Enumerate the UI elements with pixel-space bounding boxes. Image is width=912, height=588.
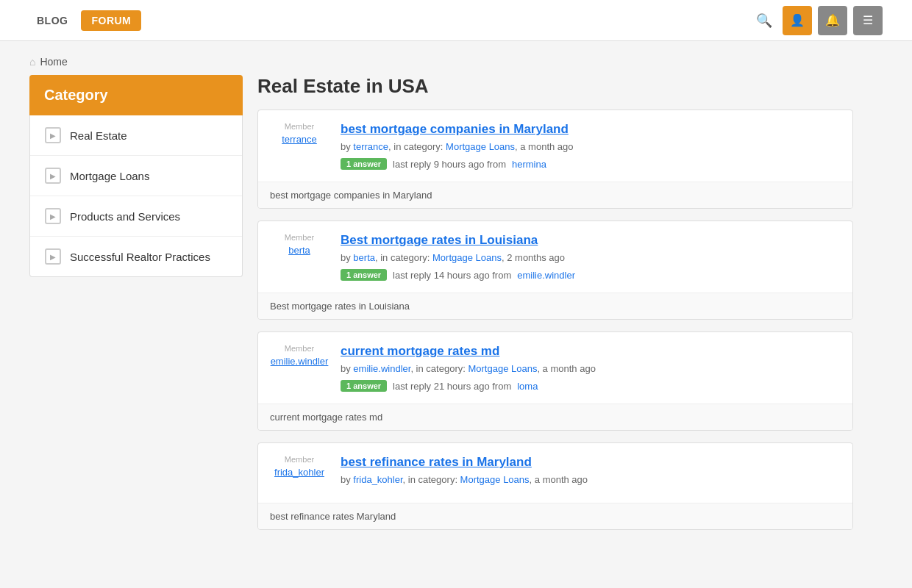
post-preview: best refinance rates Maryland [258,503,852,529]
content-area: Real Estate in USA Member terrance best … [257,75,853,542]
answer-badge: 1 answer [341,269,387,281]
sidebar-item-label: Products and Services [70,210,180,223]
post-title-link[interactable]: current mortgage rates md [341,344,841,359]
reply-from-link[interactable]: loma [517,381,538,392]
sidebar-item-1[interactable]: ▶ Mortgage Loans [30,156,242,196]
member-label: Member [270,344,329,353]
reply-time: last reply 9 hours ago from [393,159,506,170]
post-title-link[interactable]: best mortgage companies in Maryland [341,122,841,137]
post-meta: by terrance, in category: Mortgage Loans… [341,141,841,152]
member-name-link[interactable]: emilie.windler [271,356,329,367]
post-info: Best mortgage rates in Louisiana by bert… [341,233,841,281]
post-reply-row: 1 answer last reply 9 hours ago from her… [341,158,841,170]
post-info: current mortgage rates md by emilie.wind… [341,344,841,392]
forum-link[interactable]: FORUM [81,10,141,31]
post-by-link[interactable]: berta [353,252,375,263]
user-icon-button[interactable]: 👤 [783,6,812,35]
main-layout: Category ▶ Real Estate ▶ Mortgage Loans … [0,75,883,571]
post-main: Member emilie.windler current mortgage r… [258,332,852,404]
reply-from-link[interactable]: hermina [512,159,546,170]
sidebar-arrow-icon: ▶ [45,248,61,265]
post-meta: by emilie.windler, in category: Mortgage… [341,363,841,374]
sidebar-body: ▶ Real Estate ▶ Mortgage Loans ▶ Product… [29,115,243,277]
page-title: Real Estate in USA [257,75,853,98]
post-category-link[interactable]: Mortgage Loans [460,474,530,485]
post-by-link[interactable]: frida_kohler [353,474,402,485]
answer-badge: 1 answer [341,158,387,170]
post-info: best mortgage companies in Maryland by t… [341,122,841,170]
post-by-link[interactable]: terrance [353,141,388,152]
post-member: Member berta [270,233,329,281]
post-main: Member terrance best mortgage companies … [258,110,852,182]
reply-from-link[interactable]: emilie.windler [517,270,575,281]
sidebar-header: Category [29,75,243,115]
menu-icon-button[interactable]: ☰ [853,6,883,35]
post-reply-row: 1 answer last reply 14 hours ago from em… [341,269,841,281]
header-nav: BLOG FORUM [29,10,752,31]
breadcrumb-home-icon: ⌂ [29,56,35,68]
member-name-link[interactable]: frida_kohler [274,467,324,478]
sidebar-item-2[interactable]: ▶ Products and Services [30,196,242,237]
post-member: Member frida_kohler [270,455,329,491]
post-preview: current mortgage rates md [258,404,852,430]
answer-badge: 1 answer [341,380,387,392]
post-category-link[interactable]: Mortgage Loans [468,363,537,374]
member-label: Member [270,233,329,242]
sidebar-item-label: Real Estate [70,129,127,142]
post-title-link[interactable]: best refinance rates in Maryland [341,455,841,470]
post-reply-row: 1 answer last reply 21 hours ago from lo… [341,380,841,392]
post-card: Member berta Best mortgage rates in Loui… [257,220,853,320]
post-title-link[interactable]: Best mortgage rates in Louisiana [341,233,841,248]
sidebar-arrow-icon: ▶ [45,168,61,184]
post-member: Member emilie.windler [270,344,329,392]
breadcrumb-home-link[interactable]: Home [40,56,67,68]
reply-time: last reply 14 hours ago from [393,270,511,281]
post-category-link[interactable]: Mortgage Loans [432,252,502,263]
post-category-link[interactable]: Mortgage Loans [446,141,515,152]
post-main: Member berta Best mortgage rates in Loui… [258,221,852,293]
breadcrumb: ⌂ Home [0,41,912,75]
sidebar-item-0[interactable]: ▶ Real Estate [30,115,242,156]
sidebar-item-3[interactable]: ▶ Successful Realtor Practices [30,237,242,276]
member-label: Member [270,122,329,131]
post-meta: by berta, in category: Mortgage Loans, 2… [341,252,841,263]
blog-link[interactable]: BLOG [29,10,75,31]
search-icon-button[interactable]: 🔍 [752,8,777,33]
header: BLOG FORUM 🔍 👤 🔔 ☰ [0,0,912,41]
post-preview: best mortgage companies in Maryland [258,182,852,208]
post-card: Member terrance best mortgage companies … [257,110,853,209]
member-name-link[interactable]: terrance [282,134,317,145]
post-preview: Best mortgage rates in Louisiana [258,293,852,319]
post-by-link[interactable]: emilie.windler [353,363,410,374]
post-card: Member frida_kohler best refinance rates… [257,442,853,530]
member-name-link[interactable]: berta [288,245,310,256]
member-label: Member [270,455,329,464]
reply-time: last reply 21 hours ago from [393,381,511,392]
sidebar-arrow-icon: ▶ [45,127,61,143]
sidebar: Category ▶ Real Estate ▶ Mortgage Loans … [29,75,243,542]
post-meta: by frida_kohler, in category: Mortgage L… [341,474,841,485]
post-main: Member frida_kohler best refinance rates… [258,443,852,503]
sidebar-item-label: Mortgage Loans [70,170,149,182]
sidebar-item-label: Successful Realtor Practices [70,251,210,263]
post-member: Member terrance [270,122,329,170]
header-icons: 🔍 👤 🔔 ☰ [752,6,883,35]
sidebar-arrow-icon: ▶ [45,208,61,224]
bell-icon-button[interactable]: 🔔 [818,6,847,35]
post-card: Member emilie.windler current mortgage r… [257,331,853,431]
post-info: best refinance rates in Maryland by frid… [341,455,841,491]
